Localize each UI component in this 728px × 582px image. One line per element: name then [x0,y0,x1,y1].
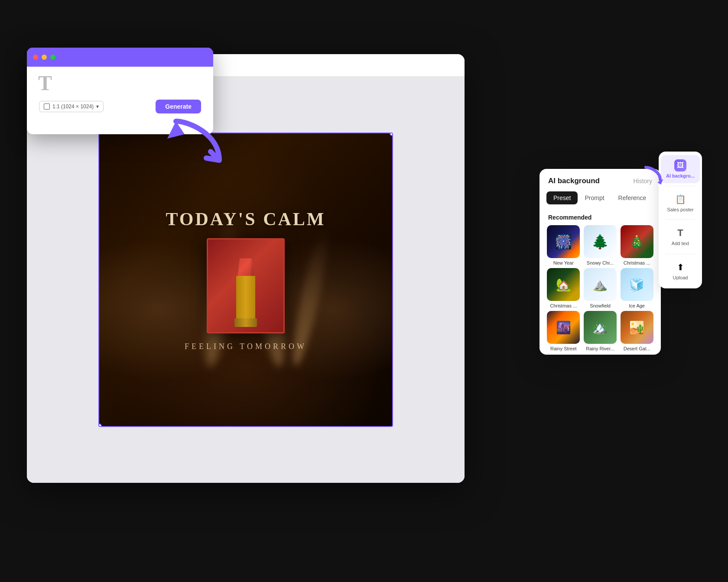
window-minimize-dot[interactable] [42,55,47,60]
sidebar-label-ai-background: AI backgro... [666,173,695,179]
preset-thumb-new-year [547,225,580,258]
preset-new-year[interactable]: New Year [546,225,581,265]
sidebar-divider-1 [665,186,696,186]
canvas-image: TODAY'S CALM FEELING TOMORROW [99,133,392,426]
mini-aspect-dropdown-icon: ▾ [96,103,99,110]
preset-thumb-snowy-chr [584,225,617,258]
ai-panel-tabs: Preset Prompt Reference [540,191,661,210]
sidebar-label-add-text: Add text [672,241,689,246]
preset-label-snowy-chr: Snowy Chr... [587,260,614,265]
ai-panel-title: AI background [548,177,600,185]
sidebar-label-sales-poster: Sales poster [667,207,693,213]
sidebar-divider-3 [665,254,696,254]
canvas-frame[interactable]: TODAY'S CALM FEELING TOMORROW [98,133,393,427]
sidebar-divider-2 [665,220,696,220]
aspect-icon [44,103,50,110]
lipstick-base [234,318,257,327]
mini-editor-content: T 1:1 (1024 × 1024) ▾ Generate [27,67,213,120]
preset-thumb-rainy-river [584,311,617,344]
ai-background-icon-wrapper: 🖼 [674,159,686,171]
preset-label-new-year: New Year [553,260,574,265]
sidebar-item-upload[interactable]: ⬆ Upload [661,257,700,285]
canvas-main-title: TODAY'S CALM [166,209,326,230]
window-close-dot[interactable] [33,55,38,60]
ai-background-icon: 🖼 [674,159,686,171]
mini-text-icon: T [38,73,52,94]
arrow-pointer-big [163,113,228,169]
window-maximize-dot[interactable] [50,55,55,60]
tab-reference[interactable]: Reference [611,191,653,204]
preset-label-desert: Desert Gal... [624,346,650,351]
sidebar-item-ai-background[interactable]: 🖼 AI backgro... [661,155,700,183]
sales-poster-icon: 📋 [674,193,686,205]
preset-snowy-chr[interactable]: Snowy Chr... [583,225,618,265]
tab-preset[interactable]: Preset [546,191,578,204]
preset-thumb-christmas-2 [547,268,580,301]
ai-presets-grid: New Year Snowy Chr... Christmas ... Chri… [540,225,661,355]
mini-aspect-selector[interactable]: 1:1 (1024 × 1024) ▾ [39,101,104,112]
ai-section-recommended: Recommended [540,210,661,225]
sidebar-item-add-text[interactable]: T Add text [661,223,700,251]
sidebar-item-sales-poster[interactable]: 📋 Sales poster [661,189,700,217]
preset-christmas-2[interactable]: Christmas ... [546,268,581,308]
canvas-product-image [207,238,285,333]
upload-icon: ⬆ [674,261,686,273]
mini-bottom-bar: 1:1 (1024 × 1024) ▾ Generate [33,100,207,113]
preset-snowfield[interactable]: Snowfield [583,268,618,308]
preset-desert[interactable]: Desert Gal... [620,311,654,351]
sidebar-label-upload: Upload [673,275,688,281]
tab-prompt[interactable]: Prompt [578,191,611,204]
preset-rainy-river[interactable]: Rainy River... [583,311,618,351]
preset-thumb-christmas-1 [621,225,653,258]
lipstick-body [236,276,255,319]
preset-label-christmas-1: Christmas ... [624,260,650,265]
generate-button[interactable]: Generate [156,100,201,113]
mini-aspect-label: 1:1 (1024 × 1024) [52,103,94,110]
preset-thumb-snowfield [584,268,617,301]
mini-titlebar [27,48,213,67]
preset-thumb-rainy-street [547,311,580,344]
right-sidebar: 🖼 AI backgro... 📋 Sales poster T Add tex… [659,152,702,288]
preset-label-rainy-river: Rainy River... [586,346,614,351]
preset-thumb-desert [621,311,653,344]
preset-label-snowfield: Snowfield [590,303,611,308]
canvas-area: TODAY'S CALM FEELING TOMORROW [27,77,465,483]
preset-label-ice-age: Ice Age [629,303,645,308]
preset-label-rainy-street: Rainy Street [550,346,577,351]
arrow-pointer-small [642,164,664,185]
preset-christmas-1[interactable]: Christmas ... [620,225,654,265]
add-text-icon: T [674,227,686,239]
preset-ice-age[interactable]: Ice Age [620,268,654,308]
canvas-subtitle: FEELING TOMORROW [185,342,307,351]
ai-background-panel: AI background History Preset Prompt Refe… [540,169,661,355]
preset-thumb-ice-age [621,268,653,301]
preset-label-christmas-2: Christmas ... [550,303,577,308]
preset-rainy-street[interactable]: Rainy Street [546,311,581,351]
